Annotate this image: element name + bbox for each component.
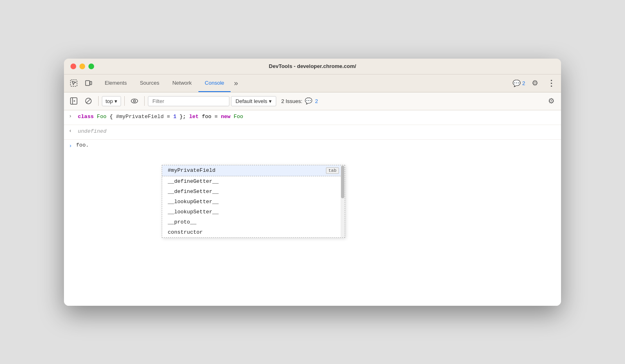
scrollbar-thumb — [341, 166, 344, 198]
levels-arrow-icon: ▾ — [269, 98, 272, 104]
keyword-class: class — [78, 114, 94, 120]
private-field: #myPrivateField — [116, 114, 164, 120]
issues-badge[interactable]: 💬 2 — [513, 79, 525, 87]
brace-close: }; — [180, 114, 186, 120]
issues-text: 2 Issues: — [281, 98, 302, 104]
num-value: 1 — [173, 114, 176, 120]
separator-3 — [144, 96, 145, 106]
console-entry-2: ‹ undefined — [64, 125, 561, 140]
device-toolbar-icon[interactable] — [82, 77, 95, 90]
close-button[interactable] — [70, 64, 76, 69]
brace-open: { — [110, 114, 113, 120]
tab-network[interactable]: Network — [166, 75, 198, 92]
entry2-value: undefined — [78, 127, 556, 136]
item-label-5: __proto__ — [168, 219, 196, 225]
svg-rect-0 — [70, 80, 77, 86]
item-label-4: __lookupSetter__ — [168, 209, 219, 215]
entry3-prefix: foo. — [76, 142, 89, 148]
tabs-right-actions: 💬 2 ⚙ ⋮ — [513, 77, 558, 90]
autocomplete-item-5[interactable]: __proto__ — [162, 217, 345, 227]
autocomplete-item-1[interactable]: __defineGetter__ — [162, 176, 345, 186]
window-title: DevTools - developer.chrome.com/ — [269, 63, 356, 69]
console-entry-1: › class Foo { #myPrivateField = 1 }; let… — [64, 110, 561, 125]
entry1-code: class Foo { #myPrivateField = 1 }; let f… — [78, 113, 556, 121]
entry3-arrow: › — [69, 143, 72, 149]
issues-count[interactable]: 2 Issues: 💬 2 — [281, 97, 318, 105]
devtools-window: DevTools - developer.chrome.com/ Element… — [64, 59, 561, 306]
issues-chat-icon-toolbar: 💬 — [305, 97, 312, 105]
keyword-new: new — [221, 114, 230, 120]
svg-rect-2 — [90, 81, 92, 85]
autocomplete-item-2[interactable]: __defineSetter__ — [162, 186, 345, 197]
issues-chat-icon: 💬 — [513, 79, 521, 87]
tab-sources[interactable]: Sources — [133, 75, 166, 92]
equals: = — [167, 114, 174, 120]
autocomplete-item-3[interactable]: __lookupGetter__ — [162, 197, 345, 207]
entry2-arrow: ‹ — [69, 128, 74, 134]
item-label-3: __lookupGetter__ — [168, 199, 219, 205]
levels-label: Default levels — [235, 98, 267, 104]
more-menu-button[interactable]: ⋮ — [545, 77, 558, 90]
filter-input[interactable] — [148, 96, 229, 106]
svg-point-9 — [134, 100, 136, 102]
inspect-element-icon[interactable] — [67, 77, 80, 90]
settings-button[interactable]: ⚙ — [528, 77, 541, 90]
clear-console-button[interactable] — [82, 94, 95, 107]
context-dropdown-icon: ▾ — [114, 98, 117, 104]
item-label-1: __defineGetter__ — [168, 178, 219, 184]
devtools-tabbar: Elements Sources Network Console » 💬 2 ⚙… — [64, 75, 561, 92]
autocomplete-scrollbar[interactable] — [341, 165, 345, 237]
sidebar-toggle-button[interactable] — [67, 94, 80, 107]
issues-badge-count: 2 — [522, 80, 525, 86]
console-settings-button[interactable]: ⚙ — [545, 94, 558, 107]
issues-number: 2 — [315, 98, 318, 104]
console-content: › class Foo { #myPrivateField = 1 }; let… — [64, 110, 561, 306]
autocomplete-item-6[interactable]: constructor — [162, 227, 345, 237]
var-foo: foo = — [202, 114, 221, 120]
entry1-arrow: › — [69, 114, 74, 119]
item-label-2: __defineSetter__ — [168, 189, 219, 195]
eye-button[interactable] — [128, 94, 141, 107]
svg-point-8 — [131, 99, 138, 103]
undefined-value: undefined — [78, 128, 106, 134]
svg-rect-1 — [86, 81, 90, 86]
svg-marker-5 — [74, 100, 75, 102]
separator-1 — [98, 96, 99, 106]
item-label-0: #myPrivateField — [168, 167, 216, 173]
autocomplete-dropdown: #myPrivateField tab __defineGetter__ __d… — [162, 165, 345, 238]
levels-selector[interactable]: Default levels ▾ — [231, 96, 276, 106]
autocomplete-item-4[interactable]: __lookupSetter__ — [162, 207, 345, 217]
item-label-6: constructor — [168, 229, 203, 235]
foo-ref: Foo — [233, 114, 243, 120]
autocomplete-item-0[interactable]: #myPrivateField tab — [162, 165, 345, 176]
traffic-lights — [70, 64, 94, 69]
keyword-let: let — [189, 114, 198, 120]
tab-elements[interactable]: Elements — [98, 75, 133, 92]
tab-console[interactable]: Console — [198, 75, 231, 92]
maximize-button[interactable] — [88, 64, 94, 69]
context-label: top — [106, 98, 113, 104]
main-tabs: Elements Sources Network Console » — [98, 75, 513, 92]
more-tabs-button[interactable]: » — [231, 75, 241, 92]
console-entry-3: › foo. #myPrivateField tab __defineGette… — [64, 140, 561, 151]
foo-classname: Foo — [97, 114, 110, 120]
item-hint-0: tab — [326, 167, 339, 174]
titlebar: DevTools - developer.chrome.com/ — [64, 59, 561, 75]
minimize-button[interactable] — [79, 64, 85, 69]
svg-line-7 — [86, 99, 90, 103]
separator-2 — [124, 96, 125, 106]
tab-icons — [67, 77, 95, 90]
context-selector[interactable]: top ▾ — [102, 96, 121, 106]
console-toolbar: top ▾ Default levels ▾ 2 Issues: 💬 2 ⚙ — [64, 92, 561, 110]
entry3-wrapper: foo. #myPrivateField tab __defineGetter_… — [76, 142, 556, 148]
